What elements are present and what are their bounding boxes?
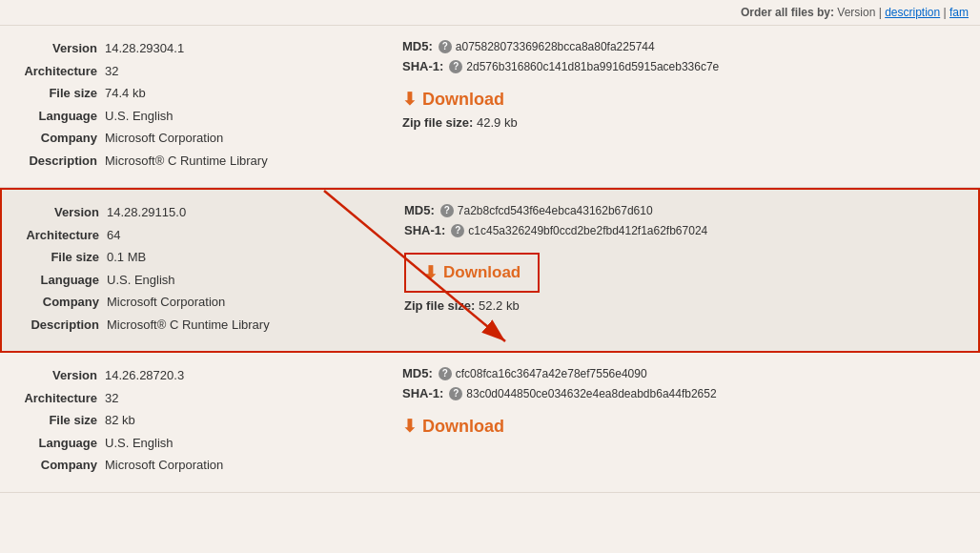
list-item: Version 14.28.29304.1 xyxy=(11,39,383,58)
field-value-filesize: 0.1 MB xyxy=(107,248,146,267)
list-item: File size 0.1 MB xyxy=(13,248,385,267)
md5-info-icon[interactable]: ? xyxy=(439,367,452,380)
field-label-version: Version xyxy=(11,39,97,58)
entry-left-info: Version 14.28.29115.0 Architecture 64 Fi… xyxy=(13,203,385,338)
download-button[interactable]: ⬇ Download xyxy=(402,89,504,110)
entry-right-hash: MD5: ? a075828073369628bcca8a80fa225744 … xyxy=(383,39,969,174)
list-item: Company Microsoft Corporation xyxy=(11,456,383,475)
field-label-version: Version xyxy=(13,203,99,222)
md5-row: MD5: ? cfc08fca16c3647a42e78ef7556e4090 xyxy=(402,366,969,380)
field-value-filesize: 74.4 kb xyxy=(105,84,146,103)
field-value-company: Microsoft Corporation xyxy=(107,293,225,312)
list-item: Company Microsoft Corporation xyxy=(13,293,385,312)
field-label-architecture: Architecture xyxy=(11,62,97,81)
download-button[interactable]: ⬇ Download xyxy=(402,416,504,437)
list-item: Description Microsoft® C Runtime Library xyxy=(11,152,383,171)
field-value-company: Microsoft Corporation xyxy=(105,456,223,475)
field-value-version: 14.28.29304.1 xyxy=(105,39,184,58)
list-item: Language U.S. English xyxy=(11,107,383,126)
list-item: Architecture 32 xyxy=(11,389,383,408)
field-value-architecture: 64 xyxy=(107,226,120,245)
field-label-version: Version xyxy=(11,366,97,385)
fam-link[interactable]: fam xyxy=(949,6,969,19)
field-value-architecture: 32 xyxy=(105,389,118,408)
field-label-architecture: Architecture xyxy=(11,389,97,408)
list-item: Architecture 32 xyxy=(11,62,383,81)
sha1-value: c1c45a326249bf0ccd2be2fbd412f1a62fb67024 xyxy=(468,224,707,237)
field-label-architecture: Architecture xyxy=(13,226,99,245)
table-row: Version 14.28.29115.0 Architecture 64 Fi… xyxy=(0,188,980,353)
sha1-label: SHA-1: xyxy=(402,386,443,400)
sha1-value: 2d576b316860c141d81ba9916d5915aceb336c7e xyxy=(466,60,719,73)
md5-row: MD5: ? 7a2b8cfcd543f6e4ebca43162b67d610 xyxy=(404,203,967,217)
md5-row: MD5: ? a075828073369628bcca8a80fa225744 xyxy=(402,39,969,53)
md5-label: MD5: xyxy=(404,203,435,217)
order-label: Order all files by: Version | xyxy=(741,6,885,19)
field-label-filesize: File size xyxy=(13,248,99,267)
list-item: File size 82 kb xyxy=(11,411,383,430)
list-item: File size 74.4 kb xyxy=(11,84,383,103)
list-item: Language U.S. English xyxy=(11,434,383,453)
header-bar: Order all files by: Version | descriptio… xyxy=(0,0,980,26)
sha1-value: 83c0d044850ce034632e4ea8deabdb6a44fb2652 xyxy=(466,387,716,400)
download-button-highlighted[interactable]: ⬇ Download xyxy=(404,253,540,293)
sha1-info-icon[interactable]: ? xyxy=(449,387,462,400)
sha1-row: SHA-1: ? 83c0d044850ce034632e4ea8deabdb6… xyxy=(402,386,969,400)
md5-value: 7a2b8cfcd543f6e4ebca43162b67d610 xyxy=(458,204,653,217)
field-value-company: Microsoft Corporation xyxy=(105,129,223,148)
md5-value: a075828073369628bcca8a80fa225744 xyxy=(456,40,655,53)
field-value-version: 14.26.28720.3 xyxy=(105,366,184,385)
sha1-row: SHA-1: ? 2d576b316860c141d81ba9916d5915a… xyxy=(402,59,969,73)
field-value-version: 14.28.29115.0 xyxy=(107,203,186,222)
sha1-row: SHA-1: ? c1c45a326249bf0ccd2be2fbd412f1a… xyxy=(404,223,967,237)
field-label-language: Language xyxy=(13,271,99,290)
main-container: Order all files by: Version | descriptio… xyxy=(0,0,980,553)
md5-label: MD5: xyxy=(402,39,433,53)
field-label-language: Language xyxy=(11,434,97,453)
field-label-description: Description xyxy=(13,316,99,335)
field-label-language: Language xyxy=(11,107,97,126)
md5-info-icon[interactable]: ? xyxy=(440,204,454,217)
field-label-description: Description xyxy=(11,152,97,171)
list-item: Version 14.28.29115.0 xyxy=(13,203,385,222)
list-item: Company Microsoft Corporation xyxy=(11,129,383,148)
field-value-language: U.S. English xyxy=(105,107,174,126)
md5-value: cfc08fca16c3647a42e78ef7556e4090 xyxy=(456,367,647,380)
entries-list: Version 14.28.29304.1 Architecture 32 Fi… xyxy=(0,26,980,493)
md5-info-icon[interactable]: ? xyxy=(439,40,452,53)
zip-size: Zip file size: 42.9 kb xyxy=(402,115,969,130)
download-icon: ⬇ xyxy=(423,262,438,283)
description-link[interactable]: description xyxy=(885,6,940,19)
field-label-company: Company xyxy=(11,129,97,148)
sha1-info-icon[interactable]: ? xyxy=(451,224,464,237)
field-label-company: Company xyxy=(11,456,97,475)
list-item: Version 14.26.28720.3 xyxy=(11,366,383,385)
sha1-label: SHA-1: xyxy=(402,59,443,73)
download-label: Download xyxy=(443,263,521,282)
field-value-architecture: 32 xyxy=(105,62,118,81)
zip-size: Zip file size: 52.2 kb xyxy=(404,298,967,313)
entry-left-info: Version 14.26.28720.3 Architecture 32 Fi… xyxy=(11,366,383,479)
field-label-filesize: File size xyxy=(11,411,97,430)
table-row: Version 14.26.28720.3 Architecture 32 Fi… xyxy=(0,353,980,493)
field-value-description: Microsoft® C Runtime Library xyxy=(107,316,270,335)
field-value-language: U.S. English xyxy=(107,271,175,290)
field-value-language: U.S. English xyxy=(105,434,174,453)
entry-right-hash: MD5: ? 7a2b8cfcd543f6e4ebca43162b67d610 … xyxy=(385,203,967,338)
entry-right-hash: MD5: ? cfc08fca16c3647a42e78ef7556e4090 … xyxy=(383,366,969,479)
md5-label: MD5: xyxy=(402,366,433,380)
download-label: Download xyxy=(422,417,504,437)
list-item: Architecture 64 xyxy=(13,226,385,245)
field-value-description: Microsoft® C Runtime Library xyxy=(105,152,268,171)
table-row: Version 14.28.29304.1 Architecture 32 Fi… xyxy=(0,26,980,188)
field-label-filesize: File size xyxy=(11,84,97,103)
download-label: Download xyxy=(422,90,504,110)
list-item: Language U.S. English xyxy=(13,271,385,290)
list-item: Description Microsoft® C Runtime Library xyxy=(13,316,385,335)
field-label-company: Company xyxy=(13,293,99,312)
sha1-info-icon[interactable]: ? xyxy=(449,60,462,73)
download-icon: ⬇ xyxy=(402,416,417,437)
download-icon: ⬇ xyxy=(402,89,417,110)
entry-left-info: Version 14.28.29304.1 Architecture 32 Fi… xyxy=(11,39,383,174)
field-value-filesize: 82 kb xyxy=(105,411,135,430)
